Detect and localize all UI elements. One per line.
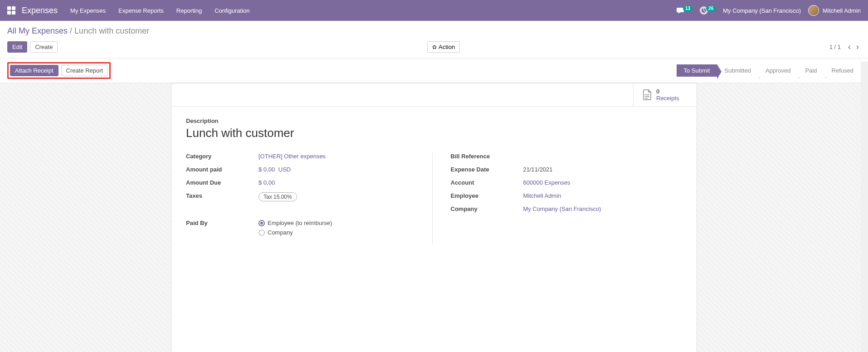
pager-prev-icon[interactable]: ‹ <box>846 41 853 53</box>
category-label: Category <box>186 153 258 160</box>
company-switcher[interactable]: My Company (San Francisco) <box>723 7 801 14</box>
expense-date-label: Expense Date <box>451 166 523 173</box>
stat-text: 0 Receipts <box>656 88 679 102</box>
paid-by-options: Employee (to reimburse) Company <box>258 220 332 239</box>
breadcrumb: All My Expenses / Lunch with customer <box>7 26 861 36</box>
company-label: Company <box>451 205 523 212</box>
receipts-label: Receipts <box>656 95 679 102</box>
activity-badge: 26 <box>706 5 716 11</box>
user-menu[interactable]: Mitchell Admin <box>808 5 861 16</box>
taxes-value: Tax 15.00% <box>258 192 297 201</box>
scrollbar[interactable] <box>861 62 868 352</box>
sheet-body: Description Lunch with customer Category… <box>171 107 697 256</box>
breadcrumb-sep: / <box>70 26 72 35</box>
activity-icon[interactable]: 26 <box>700 6 716 15</box>
create-report-button[interactable]: Create Report <box>61 65 108 76</box>
nav-menu: My Expenses Expense Reports Reporting Co… <box>70 7 677 14</box>
status-left: Attach Receipt Create Report <box>7 62 111 79</box>
radio-unchecked-icon <box>258 230 265 236</box>
top-navbar: Expenses My Expenses Expense Reports Rep… <box>0 0 868 21</box>
nav-configuration[interactable]: Configuration <box>215 7 249 14</box>
nav-expense-reports[interactable]: Expense Reports <box>118 7 164 14</box>
bill-ref-label: Bill Reference <box>451 153 523 160</box>
nav-my-expenses[interactable]: My Expenses <box>70 7 106 14</box>
highlight-box: Attach Receipt Create Report <box>7 62 111 79</box>
chat-badge: 13 <box>683 5 692 11</box>
category-value: [OTHER] Other expenses <box>258 153 326 160</box>
amount-paid-label: Amount paid <box>186 166 258 173</box>
receipts-stat-button[interactable]: 0 Receipts <box>633 83 697 106</box>
breadcrumb-root[interactable]: All My Expenses <box>7 26 68 35</box>
form-col-right: Bill Reference Expense Date 21/11/2021 A… <box>451 153 683 245</box>
avatar <box>808 5 819 16</box>
nav-right: 13 26 My Company (San Francisco) Mitchel… <box>677 5 861 16</box>
status-approved[interactable]: Approved <box>758 64 798 77</box>
document-icon <box>643 89 652 100</box>
account-label: Account <box>451 179 523 186</box>
pager-arrows: ‹ › <box>846 41 861 53</box>
tax-tag: Tax 15.00% <box>258 192 297 201</box>
status-row: Attach Receipt Create Report To Submit S… <box>0 59 868 83</box>
pager-text: 1 / 1 <box>829 44 841 50</box>
amount-due-value: $ 0,00 <box>258 179 275 186</box>
employee-value: Mitchell Admin <box>523 192 561 199</box>
sheet-header: 0 Receipts <box>171 83 697 107</box>
account-value: 600000 Expenses <box>523 179 571 186</box>
form-sheet: 0 Receipts Description Lunch with custom… <box>171 83 697 352</box>
app-name[interactable]: Expenses <box>22 6 58 15</box>
user-name: Mitchell Admin <box>823 7 861 14</box>
form-col-left: Category [OTHER] Other expenses Amount p… <box>186 153 433 245</box>
create-button[interactable]: Create <box>30 41 58 53</box>
expense-title: Lunch with customer <box>186 126 682 140</box>
action-button[interactable]: Action <box>427 41 460 53</box>
attach-receipt-button[interactable]: Attach Receipt <box>10 65 59 76</box>
paid-by-company-option[interactable]: Company <box>258 229 332 236</box>
receipts-count: 0 <box>656 88 679 95</box>
amount-due-label: Amount Due <box>186 179 258 186</box>
control-panel: All My Expenses / Lunch with customer Ed… <box>0 21 868 59</box>
nav-reporting[interactable]: Reporting <box>176 7 202 14</box>
chat-icon[interactable]: 13 <box>677 7 692 14</box>
status-refused[interactable]: Refused <box>824 64 861 77</box>
radio-checked-icon <box>258 220 265 226</box>
action-label: Action <box>439 44 455 50</box>
description-label: Description <box>186 117 682 124</box>
apps-icon[interactable] <box>7 6 15 15</box>
pager-next-icon[interactable]: › <box>854 41 861 53</box>
gear-icon <box>432 44 437 50</box>
taxes-label: Taxes <box>186 192 258 199</box>
paid-by-label: Paid By <box>186 220 258 226</box>
status-submitted[interactable]: Submitted <box>717 64 758 77</box>
paid-by-employee-option[interactable]: Employee (to reimburse) <box>258 220 332 226</box>
status-to-submit[interactable]: To Submit <box>677 64 717 77</box>
breadcrumb-current: Lunch with customer <box>74 26 149 35</box>
status-steps: To Submit Submitted Approved Paid Refuse… <box>677 64 861 77</box>
amount-paid-value: $ 0,00 USD <box>258 166 291 173</box>
employee-label: Employee <box>451 192 523 199</box>
cp-left-buttons: Edit Create <box>7 41 58 53</box>
edit-button[interactable]: Edit <box>7 41 27 53</box>
sheet-background: 0 Receipts Description Lunch with custom… <box>0 83 868 352</box>
cp-center: Action <box>427 41 460 53</box>
expense-date-value: 21/11/2021 <box>523 166 553 173</box>
company-value: My Company (San Francisco) <box>523 205 601 212</box>
cp-right: 1 / 1 ‹ › <box>829 41 861 53</box>
form-columns: Category [OTHER] Other expenses Amount p… <box>186 153 682 245</box>
